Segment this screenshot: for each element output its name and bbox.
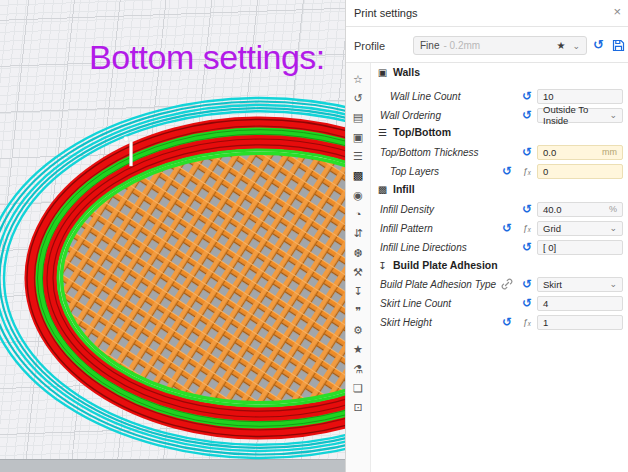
setting-label: Infill Density [371, 204, 517, 215]
section-title: Infill [393, 183, 415, 195]
support-icon[interactable]: ⚒ [346, 264, 370, 280]
setting-label: Skirt Height [371, 317, 497, 328]
setting-row-top-bottom-thickness: Top/Bottom Thickness ↺ 0.0 mm [371, 144, 623, 160]
save-profile-button[interactable] [612, 39, 625, 54]
chevron-down-icon: ⌄ [572, 41, 580, 51]
section-header-top-bottom[interactable]: ☰ Top/Bottom [371, 124, 623, 140]
link-icon [501, 278, 513, 290]
resolution-icon[interactable]: ▤ [346, 109, 370, 125]
setting-label: Top/Bottom Thickness [371, 147, 517, 158]
setting-label: Wall Line Count [371, 91, 517, 102]
setting-row-build-plate-adhesion-type: Build Plate Adhesion Type ↺ Skirt ⌄ [371, 276, 623, 292]
profile-detail: - 0.2mm [443, 40, 480, 51]
cura-window: Bottom settings: Print settings × Profil… [0, 0, 628, 472]
setting-row-skirt-line-count: Skirt Line Count ↺ 4 [371, 295, 623, 311]
chevron-down-icon: ⌄ [609, 279, 617, 289]
adhesion-icon[interactable]: ↧ [346, 283, 370, 299]
field-unit: % [609, 204, 617, 214]
profile-label: Profile [354, 40, 385, 52]
top-bottom-icon[interactable]: ☰ [346, 148, 370, 164]
reset-setting-icon[interactable]: ↺ [502, 221, 512, 235]
per-model-icon[interactable]: ❏ [346, 380, 370, 396]
material-icon[interactable]: ◉ [346, 187, 370, 203]
section-header-walls[interactable]: ▣ Walls [371, 64, 623, 80]
section-title: Top/Bottom [393, 126, 451, 138]
speed-icon[interactable]: ◔ [346, 206, 370, 222]
reset-profile-button[interactable]: ↺ [593, 37, 604, 52]
setting-row-wall-ordering: Wall Ordering ↺ Outside To Inside ⌄ [371, 107, 623, 123]
reset-setting-icon[interactable]: ↺ [502, 315, 512, 329]
field-unit: mm [602, 147, 617, 157]
setting-label: Infill Line Directions [371, 242, 517, 253]
wall-ordering-dropdown[interactable]: Outside To Inside ⌄ [537, 108, 623, 123]
top-bottom-section-icon: ☰ [376, 127, 389, 138]
wall-line-count-field[interactable]: 10 [537, 89, 623, 104]
reset-setting-icon[interactable]: ↺ [522, 277, 532, 291]
setting-row-top-layers: Top Layers ↺ ƒₓ 0 [371, 163, 623, 179]
reset-setting-icon[interactable]: ↺ [522, 145, 532, 159]
reset-setting-icon[interactable]: ↺ [522, 296, 532, 310]
walls-section-icon: ▣ [376, 67, 389, 78]
reset-setting-icon[interactable]: ↺ [522, 240, 532, 254]
setting-row-infill-line-directions: Infill Line Directions ↺ [ 0] [371, 239, 623, 255]
setting-label: Infill Pattern [371, 223, 497, 234]
annotation-caption: Bottom settings: [89, 38, 325, 77]
top-layers-field[interactable]: 0 [537, 164, 623, 179]
field-value: 10 [543, 91, 554, 102]
section-title: Build Plate Adhesion [393, 259, 498, 271]
quality-icon[interactable]: ↺ [346, 90, 370, 106]
reset-setting-icon[interactable]: ↺ [522, 108, 532, 122]
chevron-down-icon: ⌄ [609, 110, 617, 120]
infill-section-icon: ▩ [376, 184, 389, 195]
dropdown-value: Grid [543, 223, 561, 234]
section-title: Walls [393, 66, 420, 78]
settings-body: ☆ ↺ ▤ ▣ ☰ ▩ ◉ ◔ ⇵ ❆ ⚒ ↧ ❞ ⚙ ★ ⚗ ❏ ⊡ [346, 63, 628, 472]
profile-dropdown[interactable]: Fine - 0.2mm ★ ⌄ [413, 36, 587, 55]
top-bottom-thickness-field[interactable]: 0.0 mm [537, 145, 623, 160]
save-icon [612, 39, 625, 52]
print-settings-panel: Print settings × Profile Fine - 0.2mm ★ … [345, 0, 628, 472]
infill-icon[interactable]: ▩ [346, 167, 370, 183]
dropdown-value: Outside To Inside [543, 104, 609, 126]
field-value: 0 [543, 166, 548, 177]
reset-setting-icon[interactable]: ↺ [522, 202, 532, 216]
experimental-icon[interactable]: ⚗ [346, 361, 370, 377]
setting-row-infill-pattern: Infill Pattern ↺ ƒₓ Grid ⌄ [371, 220, 623, 236]
special-modes-icon[interactable]: ★ [346, 341, 370, 357]
reset-setting-icon[interactable]: ↺ [502, 164, 512, 178]
dual-extrusion-icon[interactable]: ❞ [346, 303, 370, 319]
adhesion-section-icon: ↧ [376, 260, 389, 271]
cooling-icon[interactable]: ❆ [346, 245, 370, 261]
section-header-infill[interactable]: ▩ Infill [371, 181, 623, 197]
setting-label: Skirt Line Count [371, 298, 517, 309]
profile-name: Fine [420, 40, 439, 51]
mesh-fixes-icon[interactable]: ⚙ [346, 322, 370, 338]
build-plate-adhesion-type-dropdown[interactable]: Skirt ⌄ [537, 277, 623, 292]
infill-pattern-dropdown[interactable]: Grid ⌄ [537, 221, 623, 236]
section-header-build-plate-adhesion[interactable]: ↧ Build Plate Adhesion [371, 257, 623, 273]
function-icon[interactable]: ƒₓ [523, 317, 531, 327]
favorites-icon[interactable]: ☆ [346, 71, 370, 87]
dropdown-value: Skirt [543, 279, 562, 290]
skirt-height-field[interactable]: 1 [537, 315, 623, 330]
category-sidebar: ☆ ↺ ▤ ▣ ☰ ▩ ◉ ◔ ⇵ ❆ ⚒ ↧ ❞ ⚙ ★ ⚗ ❏ ⊡ [346, 63, 371, 472]
skirt-line-count-field[interactable]: 4 [537, 296, 623, 311]
reset-setting-icon[interactable]: ↺ [522, 89, 532, 103]
function-icon[interactable]: ƒₓ [523, 166, 531, 176]
setting-row-skirt-height: Skirt Height ↺ ƒₓ 1 [371, 314, 623, 330]
infill-density-field[interactable]: 40.0 % [537, 202, 623, 217]
infill-line-directions-field[interactable]: [ 0] [537, 240, 623, 255]
field-value: [ 0] [543, 242, 556, 253]
travel-icon[interactable]: ⇵ [346, 225, 370, 241]
function-icon[interactable]: ƒₓ [523, 223, 531, 233]
monitor-icon[interactable]: ⊡ [346, 399, 370, 415]
panel-title: Print settings [354, 7, 418, 19]
setting-label: Wall Ordering [371, 110, 517, 121]
setting-row-wall-line-count: Wall Line Count ↺ 10 [371, 88, 623, 104]
star-icon: ★ [556, 40, 565, 51]
setting-label: Build Plate Adhesion Type [371, 279, 497, 290]
setting-row-infill-density: Infill Density ↺ 40.0 % [371, 201, 623, 217]
walls-icon[interactable]: ▣ [346, 129, 370, 145]
divider [346, 26, 628, 27]
close-icon[interactable]: × [613, 4, 621, 19]
